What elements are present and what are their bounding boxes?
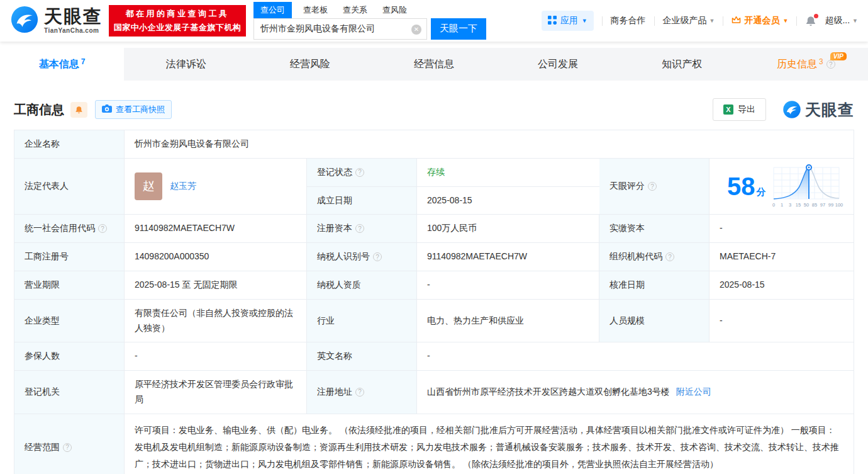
brand-domain: TianYanCha.com <box>44 28 103 34</box>
vip-badge: VIP <box>830 52 847 60</box>
brand-slogan-banner: 都在用的商业查询工具 国家中小企业发展子基金旗下机构 <box>109 5 246 37</box>
field-label: 英文名称 <box>307 342 417 370</box>
nearby-companies-link[interactable]: 附近公司 <box>676 385 711 400</box>
staff-size-value: - <box>709 300 854 342</box>
chevron-down-icon: ▼ <box>709 18 715 24</box>
excel-icon: X <box>723 104 733 115</box>
field-label: 统一社会信用代码 ? <box>14 215 125 242</box>
menu-enterprise-products[interactable]: 企业级产品 ▼ <box>663 15 715 26</box>
export-label: 导出 <box>738 104 755 115</box>
tab-operation-info[interactable]: 经营信息 <box>372 48 496 81</box>
company-detail-tabs: 基本信息 7 法律诉讼 经营风险 经营信息 公司发展 知识产权 VIP 历史信息… <box>0 48 868 81</box>
subrow-est-date: 成立日期 2025-08-15 <box>307 187 599 215</box>
credit-code-value: 91140982MAETAECH7W <box>125 215 307 242</box>
tab-label: 法律诉讼 <box>166 58 206 71</box>
clear-search-icon[interactable]: ✕ <box>411 25 421 35</box>
menu-cooperation[interactable]: 商务合作 <box>611 15 646 26</box>
tab-label: 公司发展 <box>538 58 578 71</box>
tianyancha-company-page: 天眼查 TianYanCha.com 都在用的商业查询工具 国家中小企业发展子基… <box>0 0 868 474</box>
user-account-menu[interactable]: 超级... ▼ <box>825 15 858 26</box>
help-icon[interactable]: ? <box>648 182 657 191</box>
apps-label: 应用 <box>560 15 578 26</box>
field-label: 纳税人识别号 ? <box>307 243 417 271</box>
taxpayer-id-label: 纳税人识别号 <box>317 249 370 264</box>
help-icon[interactable]: ? <box>355 168 364 177</box>
search-box: ✕ <box>253 18 427 40</box>
status-date-subtable: 登记状态 ? 存续 成立日期 2025-08-15 <box>307 159 599 215</box>
help-icon[interactable]: ? <box>63 443 72 452</box>
legal-rep-avatar[interactable]: 赵 <box>135 172 162 200</box>
taxpayer-quality-value: - <box>417 271 599 299</box>
tianyancha-logo[interactable]: 天眼查 TianYanCha.com <box>10 5 103 37</box>
help-icon[interactable]: ? <box>665 252 674 261</box>
table-row-business-term: 营业期限 2025-08-15 至 无固定期限 纳税人资质 - 核准日期 202… <box>14 271 854 300</box>
help-icon[interactable]: ? <box>355 224 364 233</box>
svg-text:1: 1 <box>781 202 783 208</box>
reg-address-label: 注册地址 <box>317 385 352 400</box>
business-scope-label: 经营范围 <box>25 440 60 455</box>
tab-operation-risk[interactable]: 经营风险 <box>248 48 372 81</box>
table-row-company-type: 企业类型 有限责任公司（非自然人投资或控股的法人独资） 行业 电力、热力生产和供… <box>14 300 854 343</box>
field-label: 人员规模 <box>599 300 709 342</box>
header-menu: 应用 ▼ 商务合作 企业级产品 ▼ 开通会员 ▼ <box>542 11 858 31</box>
search-input[interactable] <box>254 19 426 39</box>
tab-count: 7 <box>81 57 86 66</box>
divider <box>796 16 797 26</box>
svg-text:100: 100 <box>835 202 843 208</box>
field-label: 纳税人资质 <box>307 271 417 299</box>
tab-history-info[interactable]: VIP 历史信息 3 ? <box>744 48 868 81</box>
divider <box>723 16 723 26</box>
reg-capital-label: 注册资本 <box>317 221 352 236</box>
legal-rep-link[interactable]: 赵玉芳 <box>170 179 196 194</box>
top-bar: 天眼查 TianYanCha.com 都在用的商业查询工具 国家中小企业发展子基… <box>0 0 868 42</box>
table-row-business-scope: 经营范围 ? 许可项目：发电业务、输电业务、供（配）电业务。 （依法须经批准的项… <box>14 414 854 474</box>
tab-legal-litigation[interactable]: 法律诉讼 <box>124 48 248 81</box>
est-date-value: 2025-08-15 <box>417 187 599 215</box>
help-icon[interactable]: ? <box>826 60 835 69</box>
svg-text:99: 99 <box>828 202 833 208</box>
tab-label: 知识产权 <box>662 58 702 71</box>
help-icon[interactable]: ? <box>98 224 107 233</box>
help-icon[interactable]: ? <box>373 252 382 261</box>
table-row-credit-code: 统一社会信用代码 ? 91140982MAETAECH7W 注册资本 ? 100… <box>14 215 854 243</box>
business-term-value: 2025-08-15 至 无固定期限 <box>125 271 307 299</box>
company-type-value: 有限责任公司（非自然人投资或控股的法人独资） <box>125 300 307 342</box>
svg-text:15: 15 <box>796 202 801 208</box>
tab-intellectual-property[interactable]: 知识产权 <box>620 48 744 81</box>
tab-count: 3 <box>819 57 823 66</box>
username: 超级... <box>825 15 850 26</box>
reg-address-cell: 山西省忻州市原平经济技术开发区跨越大道双创孵化基地3号楼 附近公司 <box>417 371 854 414</box>
tab-basic-info[interactable]: 基本信息 7 <box>0 48 124 81</box>
search-tab-company[interactable]: 查公司 <box>253 2 292 18</box>
taxpayer-id-value: 91140982MAETAECH7W <box>417 243 599 271</box>
main-content: 工商信息 查看工商快照 <box>0 98 868 474</box>
paid-capital-value: - <box>709 215 854 242</box>
tianyancha-swirl-icon <box>10 5 39 37</box>
search-tab-risk[interactable]: 查风险 <box>382 4 407 18</box>
search-tab-relation[interactable]: 查关系 <box>343 4 367 18</box>
table-row-legal-rep: 法定代表人 赵 赵玉芳 登记状态 ? 存续 成立日期 202 <box>14 159 854 215</box>
search-button[interactable]: 天眼一下 <box>431 18 486 40</box>
tab-company-development[interactable]: 公司发展 <box>496 48 620 81</box>
reg-authority-value: 原平经济技术开发区管理委员会行政审批局 <box>125 371 307 414</box>
help-icon[interactable]: ? <box>355 388 364 397</box>
notifications-bell[interactable] <box>805 16 816 26</box>
view-business-snapshot-button[interactable]: 查看工商快照 <box>95 100 172 119</box>
watermark-text: 天眼查 <box>805 99 854 120</box>
field-label: 登记机关 <box>14 371 125 414</box>
search-tabs: 查公司 查老板 查关系 查风险 <box>253 3 486 18</box>
open-vip-menu[interactable]: 开通会员 ▼ <box>732 15 788 26</box>
search-tab-boss[interactable]: 查老板 <box>303 4 328 18</box>
export-button[interactable]: X 导出 <box>713 98 766 121</box>
divider <box>654 16 655 26</box>
tianyancha-swirl-icon <box>782 100 801 119</box>
subscribe-bell-button[interactable] <box>70 102 87 118</box>
tab-label: 基本信息 <box>39 58 79 71</box>
slogan-line-1: 都在用的商业查询工具 <box>126 7 230 21</box>
svg-text:0: 0 <box>772 202 775 208</box>
field-label: 营业期限 <box>14 271 125 299</box>
score-distribution-chart: 0 1 3 15 50 85 97 99 100 <box>769 162 845 210</box>
divider <box>602 16 603 26</box>
reg-address-value: 山西省忻州市原平经济技术开发区跨越大道双创孵化基地3号楼 <box>427 385 670 400</box>
apps-menu[interactable]: 应用 ▼ <box>542 11 594 31</box>
